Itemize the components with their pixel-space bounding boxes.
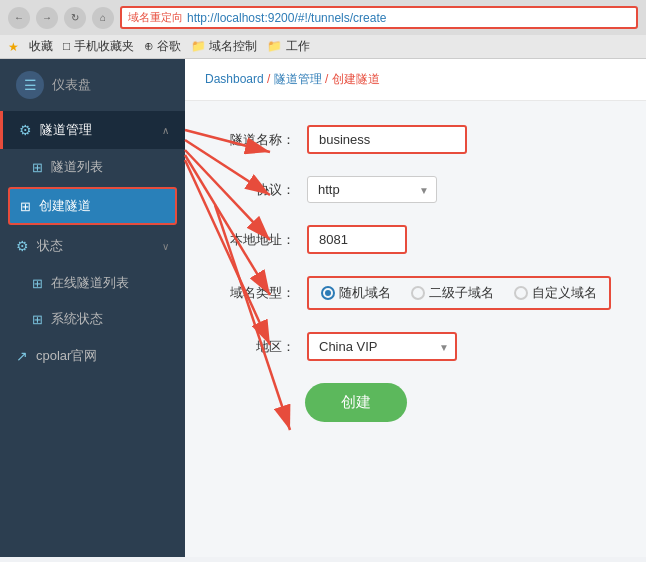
region-select[interactable]: China VIP China US <box>307 332 457 361</box>
tunnel-name-label: 隧道名称： <box>215 131 295 149</box>
gear-icon-status: ⚙ <box>16 238 29 254</box>
radio-custom-label: 自定义域名 <box>532 284 597 302</box>
tunnel-name-row: 隧道名称： <box>215 125 616 154</box>
external-link-icon: ↗ <box>16 348 28 364</box>
local-addr-row: 本地地址： <box>215 225 616 254</box>
breadcrumb-current: 创建隧道 <box>332 72 380 86</box>
region-row: 地区： China VIP China US <box>215 332 616 361</box>
create-button[interactable]: 创建 <box>305 383 407 422</box>
radio-subdomain-label: 二级子域名 <box>429 284 494 302</box>
sidebar-online-tunnels-label: 在线隧道列表 <box>51 274 129 292</box>
back-button[interactable]: ← <box>8 7 30 29</box>
breadcrumb-parent[interactable]: 隧道管理 <box>274 72 322 86</box>
local-addr-input[interactable] <box>307 225 407 254</box>
sidebar-item-create-tunnel[interactable]: ⊞ 创建隧道 <box>8 187 177 225</box>
protocol-row: 协议： http https tcp udp <box>215 176 616 203</box>
address-text: http://localhost:9200/#!/tunnels/create <box>187 11 386 25</box>
sidebar-item-system-status[interactable]: ⊞ 系统状态 <box>0 301 185 337</box>
domain-type-label: 域名类型： <box>215 284 295 302</box>
breadcrumb-home[interactable]: Dashboard <box>205 72 264 86</box>
local-addr-label: 本地地址： <box>215 231 295 249</box>
region-select-wrapper: China VIP China US <box>307 332 457 361</box>
breadcrumb: Dashboard / 隧道管理 / 创建隧道 <box>185 59 646 101</box>
domain-redirect-label: 域名重定向 <box>128 10 183 25</box>
chevron-down-icon: ∨ <box>162 241 169 252</box>
sidebar: ☰ 仪表盘 ⚙ 隧道管理 ∧ ⊞ 隧道列表 ⊞ 创建隧道 ⚙ 状态 ∨ ⊞ 在线… <box>0 59 185 557</box>
radio-dot-custom <box>514 286 528 300</box>
form-container: 隧道名称： 协议： http https tcp udp 本地地址： <box>185 101 646 468</box>
protocol-label: 协议： <box>215 181 295 199</box>
radio-custom-domain[interactable]: 自定义域名 <box>514 284 597 302</box>
grid-icon-online: ⊞ <box>32 276 43 291</box>
logo-icon: ☰ <box>16 71 44 99</box>
sidebar-official-label: cpolar官网 <box>36 347 97 365</box>
forward-button[interactable]: → <box>36 7 58 29</box>
sidebar-system-status-label: 系统状态 <box>51 310 103 328</box>
radio-random-domain[interactable]: 随机域名 <box>321 284 391 302</box>
content-area: Dashboard / 隧道管理 / 创建隧道 隧道名称： 协议： http h… <box>185 59 646 557</box>
region-label: 地区： <box>215 338 295 356</box>
radio-dot-random <box>321 286 335 300</box>
bookmark-work[interactable]: 📁 工作 <box>267 38 309 55</box>
sidebar-tunnel-list-label: 隧道列表 <box>51 158 103 176</box>
breadcrumb-sep2: / <box>325 72 328 86</box>
sidebar-tunnel-management-label: 隧道管理 <box>40 121 92 139</box>
sidebar-item-tunnel-management[interactable]: ⚙ 隧道管理 ∧ <box>0 111 185 149</box>
grid-icon-system: ⊞ <box>32 312 43 327</box>
chevron-up-icon: ∧ <box>162 125 169 136</box>
star-icon: ★ <box>8 40 19 54</box>
sidebar-status-label: 状态 <box>37 237 63 255</box>
reload-button[interactable]: ↻ <box>64 7 86 29</box>
radio-dot-subdomain <box>411 286 425 300</box>
browser-toolbar: ← → ↻ ⌂ 域名重定向 http://localhost:9200/#!/t… <box>0 0 646 35</box>
protocol-select-wrapper: http https tcp udp <box>307 176 437 203</box>
radio-random-label: 随机域名 <box>339 284 391 302</box>
domain-type-row: 域名类型： 随机域名 二级子域名 自定义域名 <box>215 276 616 310</box>
bookmark-collections[interactable]: 收藏 <box>29 38 53 55</box>
browser-chrome: ← → ↻ ⌂ 域名重定向 http://localhost:9200/#!/t… <box>0 0 646 59</box>
protocol-select[interactable]: http https tcp udp <box>307 176 437 203</box>
bookmark-mobile[interactable]: □ 手机收藏夹 <box>63 38 134 55</box>
bookmarks-bar: ★ 收藏 □ 手机收藏夹 ⊕ 谷歌 📁 域名控制 📁 工作 <box>0 35 646 58</box>
sidebar-item-status[interactable]: ⚙ 状态 ∨ <box>0 227 185 265</box>
sidebar-item-official-site[interactable]: ↗ cpolar官网 <box>0 337 185 375</box>
sidebar-logo-label: 仪表盘 <box>52 76 91 94</box>
bookmark-domain[interactable]: 📁 域名控制 <box>191 38 257 55</box>
main-layout: ☰ 仪表盘 ⚙ 隧道管理 ∧ ⊞ 隧道列表 ⊞ 创建隧道 ⚙ 状态 ∨ ⊞ 在线… <box>0 59 646 557</box>
domain-type-radio-group: 随机域名 二级子域名 自定义域名 <box>307 276 611 310</box>
submit-row: 创建 <box>215 383 616 422</box>
grid-icon-create: ⊞ <box>20 199 31 214</box>
grid-icon: ⊞ <box>32 160 43 175</box>
address-bar[interactable]: 域名重定向 http://localhost:9200/#!/tunnels/c… <box>120 6 638 29</box>
home-button[interactable]: ⌂ <box>92 7 114 29</box>
bookmark-google[interactable]: ⊕ 谷歌 <box>144 38 181 55</box>
gear-icon: ⚙ <box>19 122 32 138</box>
sidebar-logo[interactable]: ☰ 仪表盘 <box>0 59 185 111</box>
sidebar-item-tunnel-list[interactable]: ⊞ 隧道列表 <box>0 149 185 185</box>
radio-subdomain[interactable]: 二级子域名 <box>411 284 494 302</box>
sidebar-create-tunnel-label: 创建隧道 <box>39 197 91 215</box>
sidebar-item-online-tunnels[interactable]: ⊞ 在线隧道列表 <box>0 265 185 301</box>
breadcrumb-sep1: / <box>267 72 270 86</box>
tunnel-name-input[interactable] <box>307 125 467 154</box>
